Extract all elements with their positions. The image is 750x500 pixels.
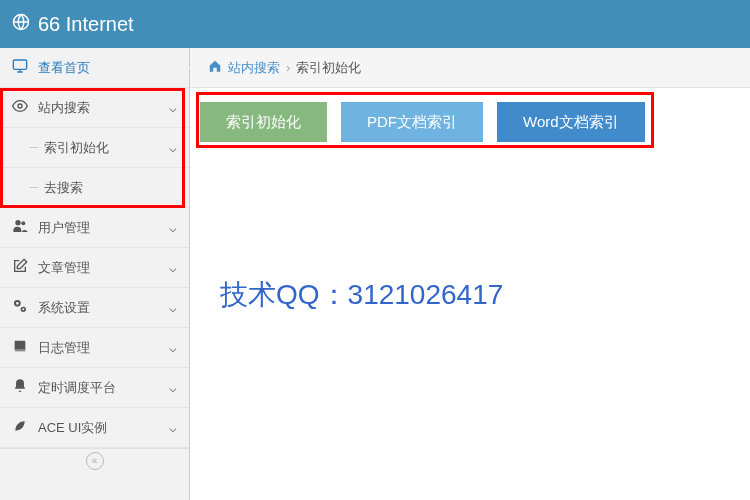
chevron-down-icon: ⌵	[169, 220, 177, 235]
nav-label: 用户管理	[38, 219, 90, 237]
nav-label: 去搜索	[44, 179, 83, 197]
chevron-down-icon: ⌵	[169, 300, 177, 315]
nav-label: 索引初始化	[44, 139, 109, 157]
nav-label: 文章管理	[38, 259, 90, 277]
nav-search[interactable]: 站内搜索 ⌵	[0, 88, 189, 128]
breadcrumb-root[interactable]: 站内搜索	[228, 59, 280, 77]
nav-settings[interactable]: 系统设置 ⌵	[0, 288, 189, 328]
book-icon	[12, 338, 30, 357]
chevron-down-icon: ⌵	[169, 140, 177, 155]
globe-icon	[12, 13, 30, 36]
main-content: 站内搜索 › 索引初始化 索引初始化 PDF文档索引 Word文档索引 技术QQ…	[190, 48, 750, 500]
breadcrumb: 站内搜索 › 索引初始化	[190, 48, 750, 88]
leaf-icon	[12, 418, 30, 437]
users-icon	[12, 218, 30, 237]
nav-users[interactable]: 用户管理 ⌵	[0, 208, 189, 248]
nav-home[interactable]: 查看首页	[0, 48, 189, 88]
monitor-icon	[12, 58, 30, 77]
dash-icon: ┄	[30, 180, 38, 195]
svg-rect-1	[13, 60, 26, 69]
nav-ace-ui[interactable]: ACE UI实例 ⌵	[0, 408, 189, 448]
svg-point-4	[21, 221, 25, 225]
chevron-down-icon: ⌵	[169, 420, 177, 435]
word-index-button[interactable]: Word文档索引	[497, 102, 645, 142]
nav-label: ACE UI实例	[38, 419, 107, 437]
nav-index-init[interactable]: ┄ 索引初始化 ⌵	[0, 128, 189, 168]
pdf-index-button[interactable]: PDF文档索引	[341, 102, 483, 142]
chevron-down-icon: ⌵	[169, 260, 177, 275]
nav-articles[interactable]: 文章管理 ⌵	[0, 248, 189, 288]
edit-icon	[12, 258, 30, 277]
breadcrumb-sep: ›	[286, 60, 290, 75]
index-init-button[interactable]: 索引初始化	[200, 102, 327, 142]
chevron-down-icon: ⌵	[169, 380, 177, 395]
breadcrumb-current: 索引初始化	[296, 59, 361, 77]
nav-logs[interactable]: 日志管理 ⌵	[0, 328, 189, 368]
nav-scheduler[interactable]: 定时调度平台 ⌵	[0, 368, 189, 408]
sidebar-collapse-toggle[interactable]: «	[0, 448, 189, 472]
svg-point-8	[22, 308, 24, 310]
nav-label: 系统设置	[38, 299, 90, 317]
top-bar: 66 Internet	[0, 0, 750, 48]
svg-point-3	[15, 220, 20, 225]
home-icon[interactable]	[208, 59, 222, 76]
nav-label: 日志管理	[38, 339, 90, 357]
nav-label: 站内搜索	[38, 99, 90, 117]
nav-label: 查看首页	[38, 59, 90, 77]
chevron-down-icon: ⌵	[169, 100, 177, 115]
chevron-down-icon: ⌵	[169, 340, 177, 355]
nav-label: 定时调度平台	[38, 379, 116, 397]
nav-go-search[interactable]: ┄ 去搜索	[0, 168, 189, 208]
button-row: 索引初始化 PDF文档索引 Word文档索引	[190, 88, 750, 156]
watermark-text: 技术QQ：3121026417	[220, 276, 503, 314]
svg-point-6	[16, 302, 19, 305]
eye-icon	[12, 98, 30, 117]
dash-icon: ┄	[30, 140, 38, 155]
collapse-icon: «	[86, 452, 104, 470]
bell-icon	[12, 378, 30, 397]
app-title: 66 Internet	[38, 13, 134, 36]
sidebar: 查看首页 站内搜索 ⌵ ┄ 索引初始化 ⌵ ┄ 去搜索 用户管理 ⌵	[0, 48, 190, 500]
svg-point-2	[18, 104, 22, 108]
gears-icon	[12, 298, 30, 317]
